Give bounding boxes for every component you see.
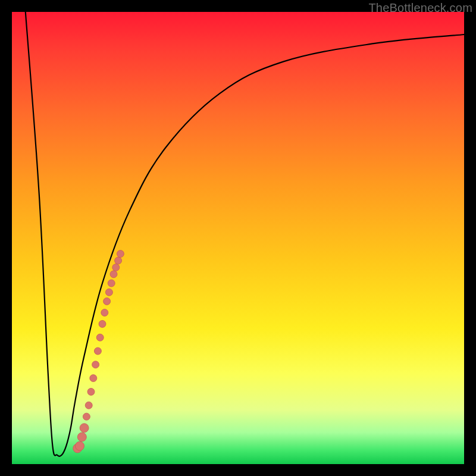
highlight-dots xyxy=(73,250,124,453)
highlight-dot xyxy=(94,347,101,355)
highlight-dot xyxy=(83,413,90,420)
highlight-dot xyxy=(92,361,99,368)
highlight-dot xyxy=(76,441,84,450)
chart-stage: TheBottleneck.com xyxy=(0,0,476,476)
highlight-dot xyxy=(112,264,120,271)
highlight-dot xyxy=(85,402,92,409)
highlight-dot xyxy=(105,289,112,296)
highlight-dot xyxy=(96,334,104,341)
highlight-dot xyxy=(104,298,111,305)
highlight-dot xyxy=(115,257,122,264)
chart-svg xyxy=(12,12,464,464)
highlight-dot xyxy=(117,250,124,258)
highlight-dot xyxy=(99,320,106,327)
highlight-dot xyxy=(101,309,108,316)
highlight-dot xyxy=(108,280,115,287)
highlight-dot xyxy=(90,375,97,382)
highlight-dot xyxy=(80,424,89,433)
highlight-dot xyxy=(110,271,117,278)
highlight-dot xyxy=(87,388,95,395)
highlight-dot xyxy=(77,433,86,441)
